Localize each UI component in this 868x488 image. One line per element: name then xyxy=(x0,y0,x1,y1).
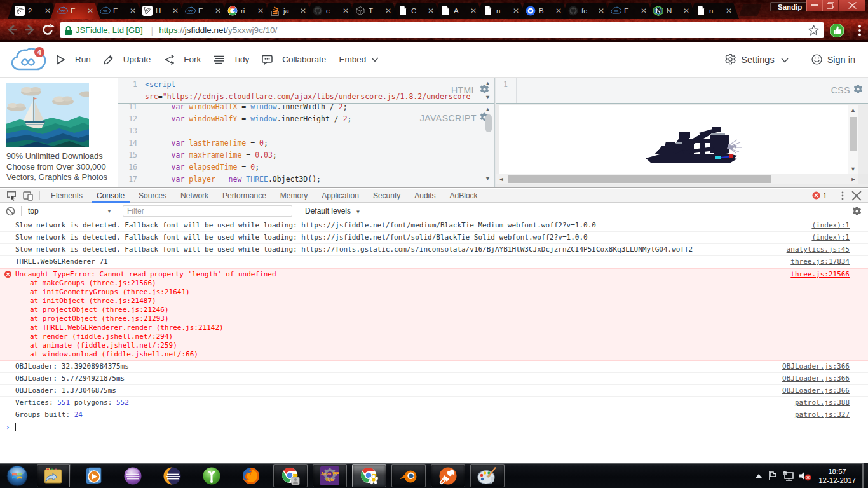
console-source-link[interactable]: three.js:21566 xyxy=(790,270,850,279)
tab-close-icon[interactable]: ✕ xyxy=(470,7,477,15)
tab-close-icon[interactable]: ✕ xyxy=(172,7,179,15)
tab-close-icon[interactable]: ✕ xyxy=(129,7,137,15)
devtools-tab-elements[interactable]: Elements xyxy=(50,189,84,203)
bookmark-star-icon[interactable] xyxy=(808,25,819,36)
network-icon[interactable] xyxy=(782,471,794,481)
result-scroll-up-icon[interactable]: ▲ xyxy=(848,107,858,113)
tab-close-icon[interactable]: ✕ xyxy=(342,7,349,15)
result-vscroll-thumb[interactable] xyxy=(850,117,857,151)
extension-thumbup-icon[interactable] xyxy=(830,24,844,37)
taskbar-purple-orb-button[interactable] xyxy=(116,464,150,487)
browser-tab[interactable]: E✕ xyxy=(93,3,143,19)
devtools-tab-audits[interactable]: Audits xyxy=(413,189,437,203)
stack-location-link[interactable]: three.js:21293 xyxy=(105,315,165,323)
devtools-tab-adblock[interactable]: AdBlock xyxy=(449,189,479,203)
inspect-element-icon[interactable] xyxy=(6,191,17,201)
ad-text[interactable]: 90% Unlimited Downloads Choose from Over… xyxy=(6,151,118,183)
browser-tab[interactable]: E✕ xyxy=(50,3,100,19)
console-source-link[interactable]: OBJLoader.js:366 xyxy=(782,362,850,371)
result-vertical-scrollbar[interactable]: ▲ ▼ xyxy=(848,105,858,174)
html-scroll-down-icon[interactable]: ▼ xyxy=(485,94,491,100)
reload-button[interactable] xyxy=(41,23,55,37)
console-filter-input[interactable]: Filter xyxy=(123,205,292,217)
back-button[interactable] xyxy=(5,23,19,37)
profile-name-chip[interactable]: Sandip xyxy=(770,2,810,11)
console-settings-gear-icon[interactable] xyxy=(852,207,862,216)
taskbar-chrome-flower-button[interactable] xyxy=(352,464,386,487)
stack-location-link[interactable]: fiddle.jshell.net/:66 xyxy=(105,350,194,358)
browser-tab[interactable]: N✕ xyxy=(646,3,696,19)
tray-clock[interactable]: 18:57 12-12-2017 xyxy=(818,467,856,485)
devtools-tab-sources[interactable]: Sources xyxy=(137,189,168,203)
taskbar-green-tool-button[interactable] xyxy=(194,464,229,487)
css-panel-gear-icon[interactable] xyxy=(853,85,863,94)
tab-close-icon[interactable]: ✕ xyxy=(214,7,222,15)
result-iframe[interactable] xyxy=(499,105,858,174)
tab-close-icon[interactable]: ✕ xyxy=(555,7,562,15)
tab-close-icon[interactable]: ✕ xyxy=(44,7,51,15)
taskbar-explorer-button[interactable] xyxy=(37,464,71,487)
window-close-button[interactable] xyxy=(839,0,865,11)
result-scroll-down-icon[interactable]: ▼ xyxy=(848,166,858,172)
window-minimize-button[interactable] xyxy=(806,0,822,11)
console-levels-dropdown[interactable]: Default levels ▼ xyxy=(305,207,360,215)
embed-button[interactable]: Embed xyxy=(339,55,384,64)
result-scroll-left-icon[interactable]: ◄ xyxy=(498,176,505,182)
device-toolbar-icon[interactable] xyxy=(23,191,33,201)
browser-tab[interactable]: ja✕ xyxy=(263,3,313,19)
fork-button[interactable]: Fork xyxy=(163,55,201,65)
console-source-link[interactable]: OBJLoader.js:366 xyxy=(782,374,850,383)
browser-tab[interactable]: T✕ xyxy=(348,3,398,19)
start-button[interactable] xyxy=(1,464,33,487)
tidy-button[interactable]: Tidy xyxy=(214,55,249,64)
js-scrollbar-thumb[interactable] xyxy=(485,114,492,132)
update-button[interactable]: Update xyxy=(104,55,151,65)
address-bar[interactable]: JSFiddle, Ltd [GB] | https://jsfiddle.ne… xyxy=(60,22,824,38)
console-message-link[interactable]: https://jsfiddle.net/font/solid/BlackTie… xyxy=(301,233,587,241)
console-message-link[interactable]: https://fonts.gstatic.com/s/inconsolata/… xyxy=(301,245,693,254)
ev-cert-name[interactable]: JSFiddle, Ltd [GB] xyxy=(76,25,143,35)
forward-button[interactable] xyxy=(23,23,37,37)
stack-location-link[interactable]: three.js:21566 xyxy=(93,279,152,287)
console-prompt[interactable]: › xyxy=(0,421,868,433)
tab-close-icon[interactable]: ✕ xyxy=(682,7,690,15)
taskbar-eclipse-button[interactable] xyxy=(155,464,189,487)
tab-close-icon[interactable]: ✕ xyxy=(86,7,94,15)
css-editor-panel[interactable]: 1 CSS xyxy=(496,78,868,103)
console-source-link[interactable]: (index):1 xyxy=(811,221,850,230)
taskbar-mediaplayer-button[interactable] xyxy=(76,464,111,487)
browser-tab[interactable]: H✕ xyxy=(135,3,186,19)
show-desktop-button[interactable] xyxy=(862,463,868,488)
result-hscroll-thumb[interactable] xyxy=(508,175,771,183)
taskbar-orange-tool-button[interactable] xyxy=(431,464,465,487)
browser-tab[interactable]: n✕ xyxy=(476,3,526,19)
tab-close-icon[interactable]: ✕ xyxy=(384,7,392,15)
console-source-link[interactable]: three.js:17834 xyxy=(790,257,850,266)
browser-tab[interactable]: A✕ xyxy=(433,3,484,19)
tab-close-icon[interactable]: ✕ xyxy=(257,7,264,15)
settings-button[interactable]: Settings xyxy=(741,55,774,65)
tab-close-icon[interactable]: ✕ xyxy=(512,7,520,15)
console-source-link[interactable]: patrol.js:327 xyxy=(795,410,850,419)
console-source-link[interactable]: analytics.js:45 xyxy=(787,245,850,254)
result-scroll-right-icon[interactable]: ► xyxy=(850,176,857,182)
volume-muted-icon[interactable] xyxy=(799,471,811,481)
window-restore-button[interactable] xyxy=(822,0,839,11)
console-message-link[interactable]: https://jsfiddle.net/font/medium/BlackTi… xyxy=(301,221,596,229)
stack-location-link[interactable]: fiddle.jshell.net/:259 xyxy=(80,341,173,349)
console-context-select[interactable]: top ▼ xyxy=(28,207,112,215)
browser-tab[interactable]: E✕ xyxy=(178,3,228,19)
new-tab-button[interactable] xyxy=(739,4,762,16)
tab-close-icon[interactable]: ✕ xyxy=(427,7,435,15)
stack-location-link[interactable]: fiddle.jshell.net/:294 xyxy=(76,332,169,341)
devtools-error-badge[interactable]: 1 xyxy=(812,191,827,200)
stack-location-link[interactable]: three.js:21487 xyxy=(93,297,152,305)
js-scroll-up-icon[interactable]: ▲ xyxy=(485,106,491,112)
devtools-tab-performance[interactable]: Performance xyxy=(221,189,268,203)
devtools-tab-application[interactable]: Application xyxy=(320,189,360,203)
browser-tab[interactable]: C✕ xyxy=(391,3,441,19)
tab-close-icon[interactable]: ✕ xyxy=(299,7,307,15)
devtools-tab-console[interactable]: Console xyxy=(95,189,126,203)
tray-expand-icon[interactable] xyxy=(754,473,763,479)
jsfiddle-logo[interactable]: 4 xyxy=(10,46,47,73)
